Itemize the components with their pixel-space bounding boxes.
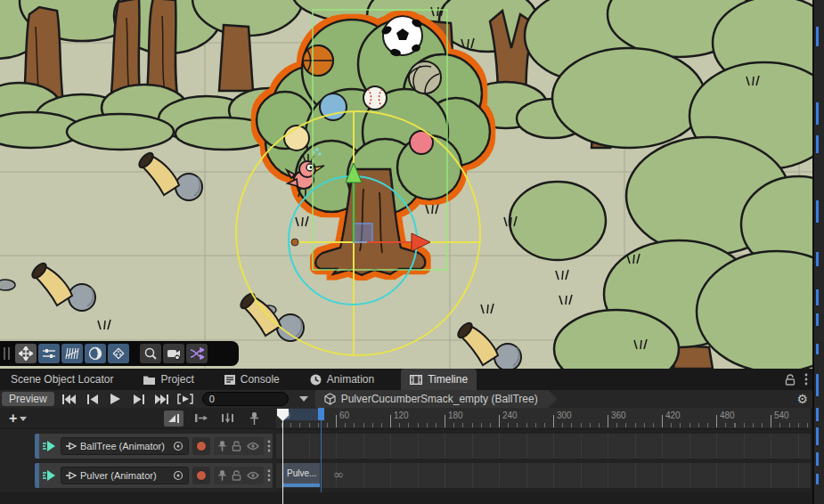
animation-track-icon <box>43 440 57 452</box>
object-picker-icon[interactable] <box>173 470 184 481</box>
tab-label: Scene Object Locator <box>11 373 113 386</box>
lock-open-icon[interactable] <box>232 470 241 481</box>
play-icon <box>110 394 120 404</box>
volleyball <box>409 61 441 93</box>
cube-icon <box>324 393 336 405</box>
frame-options-caret[interactable] <box>299 396 308 402</box>
breadcrumb-timeline-asset[interactable]: PulverCucumberSmack_empty (BallTree) <box>315 390 558 408</box>
kebab-menu-icon[interactable] <box>267 469 271 482</box>
sphere-moon-tool-button[interactable] <box>85 344 106 363</box>
preview-toggle-button[interactable]: Preview <box>2 392 54 406</box>
moon-icon <box>88 346 102 361</box>
play-button[interactable] <box>104 391 127 407</box>
ruler-tick-label: 120 <box>394 411 409 420</box>
tab-scene-object-locator[interactable]: Scene Object Locator <box>7 369 117 390</box>
tab-animation[interactable]: Animation <box>306 369 378 390</box>
mix-mode-button[interactable] <box>164 411 184 427</box>
panel-tab-bar: Scene Object Locator Project Console Ani… <box>0 369 824 390</box>
shuffle-icon <box>190 346 204 361</box>
record-toggle-button[interactable] <box>192 467 210 484</box>
track-object-field[interactable]: Pulver (Animator) <box>61 467 189 484</box>
film-icon <box>410 375 422 385</box>
mixer-sliders-tool-button[interactable] <box>38 344 60 363</box>
kebab-menu-icon[interactable] <box>267 440 271 452</box>
object-picker-icon[interactable] <box>173 441 184 451</box>
marker-toggle-button[interactable] <box>244 411 264 427</box>
track-lane-balltree[interactable] <box>276 434 811 459</box>
track-label: Pulver (Animator) <box>80 470 169 481</box>
animation-clip[interactable]: Pulve... <box>283 463 320 487</box>
skip-start-icon <box>62 394 76 404</box>
pin-icon <box>249 412 259 425</box>
camera-icon <box>167 346 181 361</box>
track-header-balltree[interactable]: BallTree (Animator) <box>35 434 273 459</box>
previous-frame-button[interactable] <box>81 391 104 407</box>
tab-label: Console <box>241 373 280 386</box>
toolbar-drag-handle[interactable] <box>4 347 10 360</box>
pin-icon[interactable] <box>218 441 226 451</box>
play-range-icon <box>177 394 193 404</box>
ruler-tick-label: 360 <box>611 411 626 420</box>
current-frame-input[interactable]: 0 <box>202 392 289 406</box>
move-tool-button[interactable] <box>15 344 37 363</box>
scene-toolbar <box>0 341 239 366</box>
console-icon <box>224 375 235 385</box>
shuffle-tool-button[interactable] <box>186 344 208 363</box>
ruler-tick-label: 540 <box>774 411 789 420</box>
track-object-field[interactable]: BallTree (Animator) <box>61 437 189 455</box>
go-to-start-button[interactable] <box>58 391 81 407</box>
animator-icon <box>66 471 77 480</box>
move-gizmo-plane-handle <box>354 224 372 242</box>
animator-icon <box>66 442 77 451</box>
timeline-end-marker[interactable] <box>318 408 324 420</box>
ripple-mode-button[interactable] <box>191 411 210 427</box>
mix-mode-icon <box>167 412 181 424</box>
camera-record-tool-button[interactable] <box>163 344 184 363</box>
breadcrumb-label: PulverCucumberSmack_empty (BallTree) <box>341 393 538 405</box>
kebab-menu-icon[interactable] <box>804 373 808 386</box>
replace-mode-button[interactable] <box>217 411 237 427</box>
go-to-end-button[interactable] <box>151 391 174 407</box>
mute-eye-icon[interactable] <box>247 442 259 451</box>
record-dot-icon <box>196 441 207 451</box>
track-header-pulver[interactable]: Pulver (Animator) <box>35 463 273 488</box>
record-dot-icon <box>196 470 207 481</box>
tab-console[interactable]: Console <box>221 369 283 390</box>
timeline-ruler[interactable]: 60 120 180 240 300 360 420 480 540 0 <box>276 408 811 429</box>
scene-view[interactable] <box>0 0 824 369</box>
replace-mode-icon <box>221 412 234 424</box>
play-range-button[interactable] <box>174 391 197 407</box>
lock-open-icon[interactable] <box>785 374 795 386</box>
timeline-duration-tint <box>283 409 319 420</box>
gear-settings-icon[interactable]: ⚙ <box>796 391 808 407</box>
baseball <box>363 86 387 110</box>
record-toggle-button[interactable] <box>192 437 210 455</box>
mute-eye-icon[interactable] <box>247 471 259 480</box>
skip-end-icon <box>155 394 168 404</box>
lock-open-icon[interactable] <box>232 441 241 451</box>
search-tool-button[interactable] <box>140 344 161 363</box>
tab-label: Animation <box>327 373 374 386</box>
pin-icon[interactable] <box>218 470 226 481</box>
diamond-dots-icon <box>111 346 126 361</box>
clip-label: Pulve... <box>287 468 316 478</box>
unity-editor-window: Scene Object Locator Project Console Ani… <box>0 0 824 504</box>
track-lane-pulver[interactable]: Pulve... ∞ <box>276 463 811 488</box>
hatch-icon <box>65 346 79 361</box>
gizmo-diamond-tool-button[interactable] <box>108 344 129 363</box>
next-frame-button[interactable] <box>127 391 151 407</box>
basketball <box>303 45 333 76</box>
track-toolbar: + <box>0 408 276 429</box>
folder-icon <box>143 375 155 385</box>
timeline-header: Preview <box>0 390 824 408</box>
sliders-icon <box>42 346 56 361</box>
right-dock-strip[interactable] <box>812 0 824 504</box>
hatch-lines-tool-button[interactable] <box>61 344 83 363</box>
tab-label: Timeline <box>428 373 468 386</box>
track-label: BallTree (Animator) <box>80 441 169 451</box>
tab-timeline[interactable]: Timeline <box>401 369 477 390</box>
tab-project[interactable]: Project <box>140 369 197 390</box>
add-track-button[interactable]: + <box>9 411 27 427</box>
infinite-clip-icon: ∞ <box>333 467 345 483</box>
move-icon <box>19 346 33 361</box>
